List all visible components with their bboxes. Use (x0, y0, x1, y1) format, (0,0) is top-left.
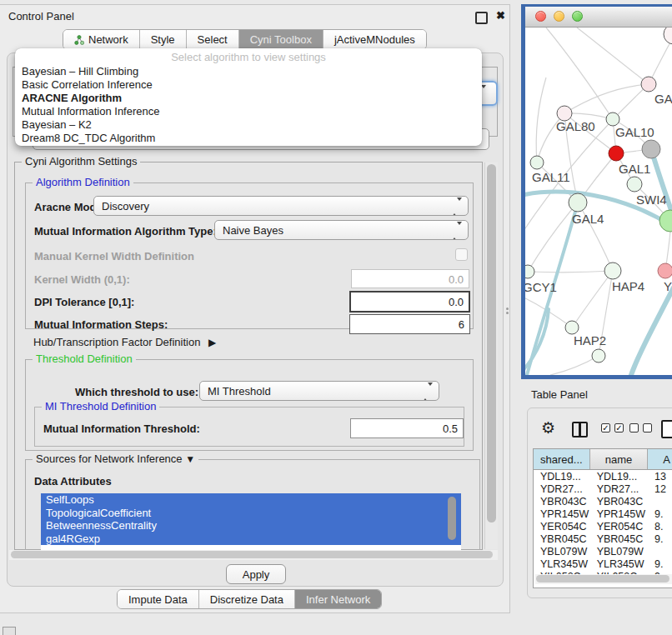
list-item[interactable]: BetweennessCentrality (41, 519, 461, 532)
mi-threshold-group-title: MI Threshold Definition (42, 401, 159, 412)
table-cell: 9. (648, 558, 672, 570)
tab-select[interactable]: Select (186, 30, 238, 49)
algorithm-option[interactable]: Mutual Information Inference (15, 105, 482, 118)
table-cell: YLR345W (534, 558, 590, 570)
algorithm-definition-group: Algorithm Definition Aracne Mode: Discov… (25, 182, 474, 329)
close-window-icon[interactable] (535, 11, 546, 22)
table-body: YDL19...YDL19...13YDR27...YDR27...12YBR0… (534, 470, 672, 582)
algorithm-option[interactable]: Dream8 DC_TDC Algorithm (15, 132, 482, 145)
tab-network[interactable]: Network (63, 30, 139, 49)
network-node[interactable] (627, 177, 642, 192)
table-row[interactable]: YBL079WYBL079W (534, 545, 672, 558)
network-node-label: GCY1 (525, 280, 557, 294)
network-node[interactable] (606, 112, 619, 126)
network-canvas-container: GALGAL80GAL10GAL1GAL11SWI4GAL4GCY1HAP4YH… (525, 28, 672, 375)
table-row[interactable]: YER054CYER054C8. (534, 520, 672, 532)
table-cell (648, 495, 672, 508)
tab-discretize-data[interactable]: Discretize Data (198, 590, 294, 608)
table-row[interactable]: YDR27...YDR27...12 (534, 482, 672, 495)
network-node[interactable] (592, 349, 605, 362)
node-table: shared... name A YDL19...YDL19...13YDR27… (533, 448, 672, 588)
column-header-shared-name[interactable]: shared... (534, 449, 590, 469)
which-threshold-label: Which threshold to use: (75, 386, 198, 398)
network-node[interactable] (658, 263, 672, 278)
gear-icon[interactable]: ⚙ (541, 420, 555, 436)
table-row[interactable]: YBR045CYBR045C9. (534, 532, 672, 545)
sources-group-title[interactable]: Sources for Network Inference ▼ (33, 453, 198, 465)
table-row[interactable]: YPR145WYPR145W9. (534, 508, 672, 520)
network-node[interactable] (641, 77, 656, 92)
which-threshold-combo[interactable]: MI Threshold (199, 381, 439, 401)
tab-style[interactable]: Style (139, 30, 186, 49)
hub-definition-toggle[interactable]: Hub/Transcription Factor Definition ▶ (33, 336, 216, 348)
network-node[interactable] (604, 262, 621, 279)
manual-kernel-width-checkbox[interactable] (455, 248, 468, 261)
tab-cyni-toolbox[interactable]: Cyni Toolbox (238, 30, 323, 49)
network-node[interactable] (530, 156, 544, 169)
table-panel: ⚙ ✓✓ shared... name A YDL19...YDL19...13… (527, 408, 672, 598)
algorithm-option[interactable]: Bayesian – Hill Climbing (15, 65, 482, 78)
dock-panel-icon[interactable] (3, 627, 16, 635)
table-row[interactable]: YLR345WYLR345W9. (534, 558, 672, 570)
table-cell: 9. (648, 532, 672, 545)
network-node[interactable] (642, 140, 660, 158)
algorithm-option-selected[interactable]: ARACNE Algorithm (15, 92, 482, 105)
zoom-window-icon[interactable] (572, 11, 583, 22)
panel-divider-grip[interactable] (505, 306, 509, 317)
network-node[interactable] (569, 193, 587, 212)
mi-threshold-field[interactable]: 0.5 (350, 418, 464, 438)
list-item[interactable]: gal4RGexp (41, 532, 461, 546)
deselect-all-columns-icon[interactable] (629, 423, 656, 436)
network-node[interactable] (659, 210, 672, 232)
table-cell: 13 (648, 470, 672, 482)
list-item[interactable]: SelfLoops (41, 493, 461, 507)
network-node-label: SWI4 (636, 192, 667, 207)
settings-hscroll-thumb[interactable] (11, 551, 493, 558)
mi-algorithm-type-combo[interactable]: Naive Bayes (214, 220, 469, 240)
table-hscroll-thumb[interactable] (536, 575, 669, 582)
kernel-width-field[interactable]: 0.0 (351, 269, 469, 288)
algorithm-option[interactable]: Bayesian – K2 (15, 118, 482, 132)
column-layout-icon[interactable] (572, 422, 588, 438)
table-cell: YBR043C (534, 495, 590, 508)
aracne-mode-combo[interactable]: Discovery (93, 196, 469, 216)
minimize-window-icon[interactable] (554, 11, 564, 22)
apply-button[interactable]: Apply (226, 564, 286, 584)
dpi-tolerance-label: DPI Tolerance [0,1]: (34, 296, 134, 308)
table-cell: YER054C (534, 520, 590, 532)
network-node[interactable] (565, 321, 579, 334)
table-cell: YBL079W (590, 545, 648, 558)
tab-impute-data[interactable]: Impute Data (118, 590, 198, 608)
settings-horizontal-scrollbar[interactable] (9, 550, 498, 560)
table-cell: YER054C (590, 520, 648, 532)
network-canvas[interactable]: GALGAL80GAL10GAL1GAL11SWI4GAL4GCY1HAP4YH… (525, 28, 672, 375)
table-horizontal-scrollbar[interactable] (535, 574, 672, 584)
table-row[interactable]: YBR043CYBR043C (534, 495, 672, 508)
dpi-tolerance-field[interactable]: 0.0 (349, 291, 470, 312)
export-table-icon[interactable] (661, 420, 672, 438)
network-node-label: GAL80 (556, 119, 595, 133)
select-all-columns-icon[interactable]: ✓✓ (601, 423, 628, 436)
table-row[interactable]: YDL19...YDL19...13 (534, 470, 672, 482)
column-header-partial[interactable]: A (648, 449, 672, 469)
algorithm-dropdown-popup: Select algorithm to view settings Bayesi… (15, 48, 482, 146)
algorithm-option[interactable]: Basic Correlation Inference (15, 78, 482, 92)
settings-vscroll-thumb[interactable] (487, 164, 496, 522)
network-node[interactable] (664, 28, 672, 44)
close-panel-icon[interactable]: ✖ (496, 9, 505, 22)
control-panel-title: Control Panel (8, 10, 74, 22)
table-cell: YBR045C (590, 532, 648, 545)
tab-infer-network[interactable]: Infer Network (294, 590, 381, 608)
list-scrollbar-thumb[interactable] (448, 497, 456, 540)
column-header-name[interactable]: name (590, 449, 649, 469)
settings-vertical-scrollbar[interactable] (484, 162, 498, 549)
network-node[interactable] (609, 146, 624, 161)
network-node[interactable] (525, 265, 534, 278)
list-item[interactable]: TopologicalCoefficient (41, 507, 461, 520)
network-node-label: Y (664, 279, 672, 293)
mi-steps-field[interactable]: 6 (349, 314, 470, 334)
mi-algorithm-type-label: Mutual Information Algorithm Type: (34, 225, 217, 238)
network-window-titlebar[interactable] (525, 7, 672, 28)
float-window-icon[interactable] (475, 12, 488, 24)
tab-jactivemnodules[interactable]: jActiveMNodules (323, 30, 426, 49)
